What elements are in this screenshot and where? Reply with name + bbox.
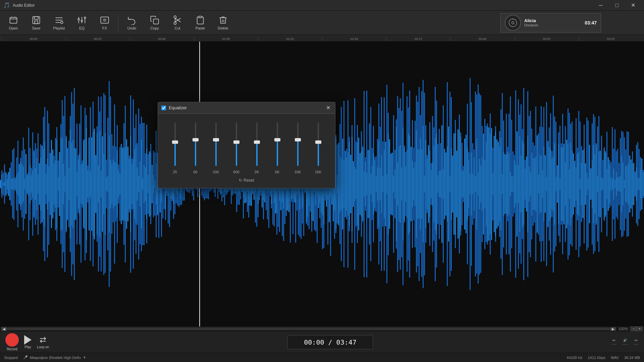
record-button[interactable]: Record xyxy=(5,333,19,351)
delete-button[interactable]: Delete xyxy=(212,12,234,34)
scroll-left-button[interactable]: ◀ xyxy=(1,327,7,331)
dialog-close-button[interactable]: ✕ xyxy=(325,105,332,111)
fx-button[interactable]: FX xyxy=(94,12,115,34)
eq-slider-thumb[interactable] xyxy=(233,140,239,144)
eq-slider-fill xyxy=(318,142,319,166)
toolbar-separator-1 xyxy=(118,14,118,31)
eq-band: 200 xyxy=(207,122,225,174)
now-playing-widget: Alicia Dreamin 03:47 xyxy=(500,13,601,33)
svg-rect-1 xyxy=(33,16,40,23)
skip-forward-icon: ⏭ xyxy=(612,339,615,342)
ruler-mark: 00:00 xyxy=(1,37,65,41)
eq-slider-fill xyxy=(236,142,237,166)
ruler-mark: 01:08 xyxy=(194,37,258,41)
svg-point-16 xyxy=(84,17,86,18)
play-button[interactable]: Play xyxy=(24,335,32,349)
mic-icon: 🎤 xyxy=(23,355,28,360)
eq-slider-thumb[interactable] xyxy=(213,138,219,141)
eq-band: 2K xyxy=(248,122,266,174)
ruler-mark: 00:23 xyxy=(65,37,129,41)
eq-band: 600 xyxy=(227,122,245,174)
maximize-button[interactable]: □ xyxy=(609,0,625,11)
playlist-button[interactable]: Playlist xyxy=(48,12,70,34)
volume-button[interactable]: 🔊 ·−·−· xyxy=(622,339,628,346)
eq-reset-button[interactable]: ↻ Reset xyxy=(239,178,254,183)
undo-button[interactable]: Undo xyxy=(121,12,143,34)
bitrate: 1411 Kbps xyxy=(588,356,605,360)
svg-rect-20 xyxy=(154,19,159,24)
svg-rect-26 xyxy=(199,16,202,18)
eq-band-label: 60 xyxy=(193,170,197,174)
eq-slider-thumb[interactable] xyxy=(193,138,199,141)
svg-point-7 xyxy=(61,21,63,23)
track-duration: 03:47 xyxy=(585,20,597,25)
ruler-mark: 02:40 xyxy=(450,37,514,41)
ruler-mark: 00:46 xyxy=(129,37,194,41)
eq-slider-container xyxy=(172,122,178,166)
settings-button[interactable]: ⏭ ·−−· xyxy=(633,339,639,346)
eq-band-label: 10K xyxy=(294,170,301,174)
eq-slider-thumb[interactable] xyxy=(172,140,178,144)
file-size: 38,34 MB xyxy=(624,356,640,360)
eq-button[interactable]: EQ xyxy=(71,12,93,34)
mic-label: Микрофон (Realtek High Defin xyxy=(30,356,81,360)
reset-label: Reset xyxy=(244,178,254,183)
open-button[interactable]: Open xyxy=(3,12,24,34)
settings-icon: ⏭ xyxy=(635,339,638,342)
sample-rate: 44100 Hz xyxy=(567,356,582,360)
paste-button[interactable]: Paste xyxy=(190,12,211,34)
ruler-mark: 01:31 xyxy=(258,37,322,41)
eq-reset-row: ↻ Reset xyxy=(166,178,327,183)
loop-button[interactable]: ⇄ Loop on xyxy=(37,335,49,349)
title-bar: 🎵 Audio Editor ─ □ ✕ xyxy=(0,0,644,11)
zoom-plus-button[interactable]: + xyxy=(637,326,643,331)
cut-button[interactable]: Cut xyxy=(167,12,188,34)
dialog-title-bar: Equalizer ✕ xyxy=(158,102,335,114)
mic-section: 🎤 Микрофон (Realtek High Defin ▼ xyxy=(23,355,86,360)
minimize-button[interactable]: ─ xyxy=(593,0,608,11)
dialog-title-text: Equalizer xyxy=(169,105,322,110)
save-button[interactable]: Save xyxy=(25,12,47,34)
dialog-body: 25602006002K6K10K16K ↻ Reset xyxy=(158,114,335,188)
eq-band: 60 xyxy=(186,122,204,174)
eq-slider-container xyxy=(254,122,260,166)
time-box: 00:00 / 03:47 xyxy=(287,335,373,349)
eq-slider-thumb[interactable] xyxy=(254,140,260,144)
svg-point-21 xyxy=(174,22,176,24)
reset-icon: ↻ xyxy=(239,178,242,183)
time-display: 00:00 / 03:47 xyxy=(54,335,606,349)
ruler-mark: 01:54 xyxy=(322,37,386,41)
eq-enable-checkbox[interactable] xyxy=(161,106,166,110)
eq-band-label: 16K xyxy=(315,170,322,174)
skip-forward-button[interactable]: ⏭ ·−−· xyxy=(611,339,617,346)
volume-icon: 🔊 xyxy=(623,339,627,342)
eq-slider-thumb[interactable] xyxy=(274,138,280,141)
eq-slider-fill xyxy=(215,140,217,166)
scroll-track[interactable] xyxy=(7,327,610,330)
svg-point-10 xyxy=(78,18,79,20)
svg-rect-3 xyxy=(35,21,38,23)
status-right: 44100 Hz 1411 Kbps WAV 38,34 MB xyxy=(567,356,640,360)
waveform-area: Equalizer ✕ 25602006002K6K10K16K ↻ Reset xyxy=(0,42,644,326)
transport-bar: Record Play ⇄ Loop on 00:00 / 03:47 ⏭ ·−… xyxy=(0,331,644,353)
record-label: Record xyxy=(7,347,17,351)
track-subtitle: Dreamin xyxy=(524,23,581,27)
eq-slider-thumb[interactable] xyxy=(295,138,301,141)
close-button[interactable]: ✕ xyxy=(625,0,641,11)
ruler-marks: 00:0000:2300:4601:0801:3101:5402:1702:40… xyxy=(0,35,644,41)
zoom-minus-button[interactable]: − xyxy=(631,326,637,331)
zoom-level: 100% xyxy=(616,327,631,331)
eq-band-label: 25 xyxy=(173,170,177,174)
mic-dropdown-button[interactable]: ▼ xyxy=(83,356,86,359)
eq-band: 16K xyxy=(309,122,327,174)
horizontal-scrollbar: ◀ ▶ 100% − + xyxy=(0,326,644,331)
eq-slider-thumb[interactable] xyxy=(315,140,321,144)
status-bar: Stopped 🎤 Микрофон (Realtek High Defin ▼… xyxy=(0,353,644,362)
play-icon xyxy=(24,335,32,345)
window-controls: ─ □ ✕ xyxy=(593,0,641,11)
app-icon: 🎵 xyxy=(3,2,10,8)
timeline-ruler: 00:0000:2300:4601:0801:3101:5402:1702:40… xyxy=(0,35,644,42)
eq-slider-container xyxy=(274,122,280,166)
copy-button[interactable]: Copy xyxy=(144,12,165,34)
scroll-right-button[interactable]: ▶ xyxy=(610,327,616,331)
